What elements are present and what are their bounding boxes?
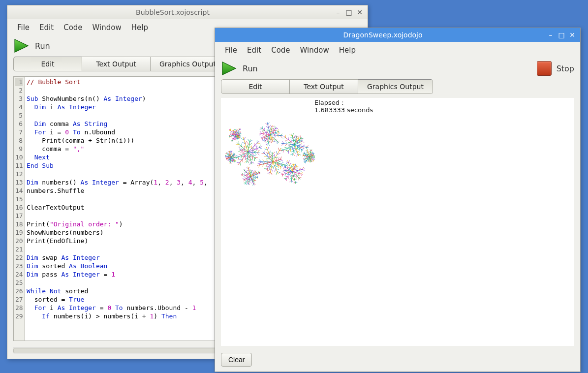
menu-help[interactable]: Help xyxy=(335,45,360,56)
minimize-icon[interactable]: – xyxy=(547,31,555,39)
svg-line-490 xyxy=(292,163,293,165)
svg-marker-1 xyxy=(222,62,236,75)
run-button[interactable]: Run xyxy=(35,41,50,51)
svg-line-375 xyxy=(246,177,248,178)
run-button[interactable]: Run xyxy=(243,64,258,73)
svg-line-85 xyxy=(259,148,262,149)
tab-text-output[interactable]: Text Output xyxy=(82,57,151,71)
svg-line-631 xyxy=(229,135,231,136)
svg-line-138 xyxy=(262,131,265,131)
svg-line-469 xyxy=(282,170,284,172)
menu-edit[interactable]: Edit xyxy=(35,22,58,33)
tab-graphics-output[interactable]: Graphics Output xyxy=(150,57,225,71)
svg-line-568 xyxy=(307,150,308,151)
svg-line-188 xyxy=(296,151,297,154)
svg-line-463 xyxy=(281,173,283,175)
svg-line-251 xyxy=(299,142,302,143)
svg-line-224 xyxy=(283,138,286,138)
menu-help[interactable]: Help xyxy=(127,22,152,33)
tab-edit[interactable]: Edit xyxy=(13,57,82,71)
svg-line-329 xyxy=(279,148,279,151)
svg-line-125 xyxy=(263,136,265,137)
stop-icon[interactable] xyxy=(537,61,552,76)
svg-line-406 xyxy=(250,170,251,171)
svg-line-673 xyxy=(240,133,241,134)
svg-line-608 xyxy=(236,137,237,139)
svg-line-333 xyxy=(276,161,279,162)
tab-edit[interactable]: Edit xyxy=(221,79,290,94)
svg-line-136 xyxy=(264,132,267,133)
svg-line-140 xyxy=(260,129,263,129)
svg-line-52 xyxy=(242,149,245,150)
svg-line-276 xyxy=(272,166,274,169)
svg-marker-0 xyxy=(15,39,28,52)
titlebar[interactable]: BubbleSort.xojoscript – □ ✕ xyxy=(7,5,368,19)
svg-line-283 xyxy=(271,164,271,168)
titlebar[interactable]: DragonSweep.xojodojo – □ ✕ xyxy=(215,28,580,42)
svg-line-249 xyxy=(297,144,300,145)
svg-line-49 xyxy=(238,150,241,152)
tab-text-output[interactable]: Text Output xyxy=(289,79,358,94)
svg-line-26 xyxy=(248,158,249,160)
fractal-image xyxy=(221,108,324,191)
svg-line-383 xyxy=(244,175,246,176)
svg-line-595 xyxy=(240,135,241,136)
svg-line-558 xyxy=(305,155,306,155)
svg-line-497 xyxy=(295,164,296,166)
svg-line-257 xyxy=(280,162,283,164)
svg-line-545 xyxy=(305,158,306,158)
play-icon[interactable] xyxy=(13,38,30,54)
close-icon[interactable]: ✕ xyxy=(568,31,576,39)
svg-line-178 xyxy=(297,146,300,146)
svg-line-623 xyxy=(233,140,233,142)
svg-line-226 xyxy=(292,134,295,145)
svg-line-385 xyxy=(241,175,243,176)
svg-line-549 xyxy=(306,156,308,157)
svg-line-68 xyxy=(248,142,249,145)
svg-line-327 xyxy=(277,151,278,154)
svg-line-362 xyxy=(249,181,250,183)
svg-line-259 xyxy=(284,163,287,165)
svg-line-175 xyxy=(306,146,309,147)
toolbar: Run Stop xyxy=(215,58,580,79)
svg-line-566 xyxy=(308,152,309,153)
svg-line-272 xyxy=(275,169,276,172)
svg-line-254 xyxy=(273,162,287,166)
svg-line-41 xyxy=(239,154,242,155)
svg-line-614 xyxy=(235,138,236,139)
svg-line-343 xyxy=(256,176,258,177)
close-icon[interactable]: ✕ xyxy=(356,8,364,16)
menu-code[interactable]: Code xyxy=(267,45,294,56)
svg-line-663 xyxy=(238,129,238,131)
svg-line-753 xyxy=(232,156,233,157)
svg-line-238 xyxy=(295,135,296,137)
svg-line-561 xyxy=(305,152,305,154)
svg-line-379 xyxy=(243,179,245,180)
svg-line-472 xyxy=(287,170,290,171)
svg-line-278 xyxy=(271,169,273,172)
maximize-icon[interactable]: □ xyxy=(557,31,565,39)
tab-graphics-output[interactable]: Graphics Output xyxy=(358,79,433,94)
svg-line-427 xyxy=(301,172,303,174)
maximize-icon[interactable]: □ xyxy=(345,8,353,16)
svg-line-705 xyxy=(229,159,230,160)
window-dragonsweep[interactable]: DragonSweep.xojodojo – □ ✕ File Edit Cod… xyxy=(215,28,581,372)
svg-line-211 xyxy=(281,149,284,150)
play-icon[interactable] xyxy=(221,61,238,76)
svg-line-356 xyxy=(252,182,253,184)
menu-code[interactable]: Code xyxy=(60,22,86,33)
menu-file[interactable]: File xyxy=(221,45,241,56)
svg-line-547 xyxy=(303,158,305,159)
clear-button[interactable]: Clear xyxy=(221,353,252,367)
svg-line-589 xyxy=(313,155,314,155)
svg-line-91 xyxy=(280,134,282,136)
svg-line-300 xyxy=(263,159,265,162)
stop-button[interactable]: Stop xyxy=(557,64,574,73)
menu-window[interactable]: Window xyxy=(89,22,125,33)
window-title: DragonSweep.xojodojo xyxy=(219,31,547,39)
svg-line-377 xyxy=(245,178,247,179)
minimize-icon[interactable]: – xyxy=(334,8,342,16)
menu-file[interactable]: File xyxy=(13,22,33,33)
menu-edit[interactable]: Edit xyxy=(243,45,265,56)
menu-window[interactable]: Window xyxy=(296,45,333,56)
